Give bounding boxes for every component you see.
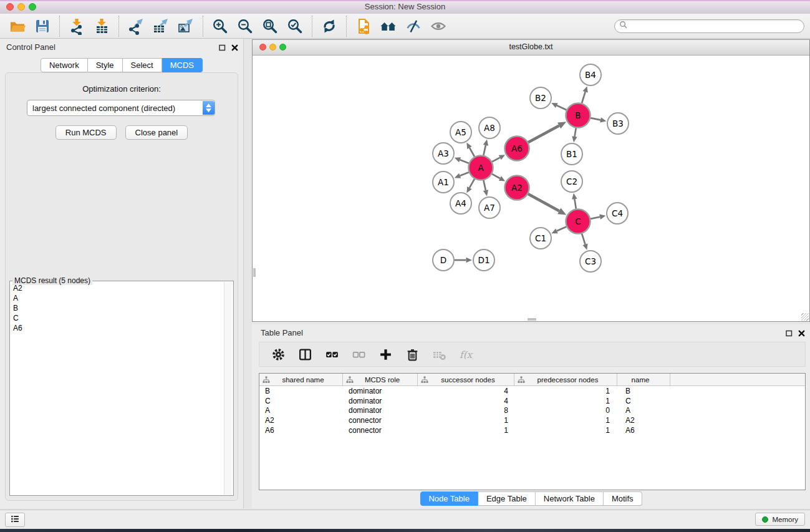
network-window-titlebar[interactable]: testGlobe.txt	[253, 40, 809, 56]
column-header-MCDS-role[interactable]: MCDS role	[343, 374, 418, 385]
resize-grip[interactable]	[801, 313, 809, 321]
network-file-icon[interactable]	[352, 16, 375, 37]
criterion-dropdown[interactable]: largest connected component (directed)	[27, 100, 215, 116]
table-cell[interactable]: A6	[617, 425, 670, 435]
table-cell[interactable]: dominator	[343, 406, 418, 416]
mcds-result-item[interactable]: A	[13, 293, 233, 303]
table-cell[interactable]: 1	[418, 415, 514, 425]
search-input[interactable]	[628, 21, 804, 32]
split-panel-icon[interactable]	[297, 346, 313, 362]
table-cell[interactable]: A	[617, 406, 670, 416]
tab-style[interactable]: Style	[88, 58, 123, 72]
table-cell[interactable]: 8	[418, 406, 514, 416]
save-session-icon[interactable]	[31, 16, 54, 37]
open-file-icon[interactable]	[6, 16, 29, 37]
select-all-rows-icon[interactable]	[324, 346, 340, 362]
close-table-panel-icon[interactable]	[798, 328, 805, 339]
table-cell[interactable]: 0	[514, 406, 617, 416]
mcds-result-item[interactable]: C	[13, 313, 233, 323]
zoom-fit-icon[interactable]	[259, 16, 281, 37]
table-cell[interactable]: C	[617, 396, 670, 406]
refresh-icon[interactable]	[318, 16, 340, 37]
network-canvas[interactable]: B4B2BB3A5A8A6A3B1AA1C2A2A4A7C4CC1C3DD1	[253, 55, 809, 321]
table-cell[interactable]: 1	[514, 425, 617, 435]
edge-A-A5[interactable]	[470, 148, 475, 157]
memory-button[interactable]: Memory	[755, 513, 805, 526]
table-row[interactable]: A2connector11A2	[259, 415, 805, 425]
tab-edge-table[interactable]: Edge Table	[478, 491, 536, 506]
tab-node-table[interactable]: Node Table	[420, 491, 478, 506]
table-row[interactable]: Adominator80A	[259, 406, 805, 416]
mcds-scrollbar[interactable]	[224, 282, 233, 495]
float-panel-icon[interactable]	[219, 42, 226, 54]
edge-C-C3[interactable]	[582, 234, 585, 244]
edge-A-A4[interactable]	[470, 179, 475, 188]
edge-A-A2[interactable]	[492, 174, 500, 178]
table-cell[interactable]: A	[259, 406, 343, 416]
table-cell[interactable]: 1	[418, 425, 514, 435]
table-cell[interactable]: B	[259, 386, 343, 396]
zoom-out-icon[interactable]	[234, 16, 256, 37]
table-cell[interactable]: A2	[259, 415, 343, 425]
edge-A-A6[interactable]	[492, 158, 500, 162]
edge-A-A1[interactable]	[460, 172, 469, 175]
table-cell[interactable]: dominator	[343, 386, 418, 396]
edge-C-C1[interactable]	[557, 226, 566, 231]
table-cell[interactable]: 1	[514, 386, 617, 396]
table-settings-icon[interactable]	[270, 346, 286, 362]
mcds-result-item[interactable]: A6	[13, 323, 233, 333]
table-cell[interactable]: 1	[514, 415, 617, 425]
edge-B-B1[interactable]	[575, 128, 576, 137]
network-graph[interactable]: B4B2BB3A5A8A6A3B1AA1C2A2A4A7C4CC1C3DD1	[253, 55, 809, 321]
zoom-in-icon[interactable]	[209, 16, 231, 37]
edge-A2-C[interactable]	[528, 194, 559, 211]
table-row[interactable]: Cdominator41C	[259, 396, 805, 406]
edge-B-B2[interactable]	[557, 105, 567, 110]
export-image-icon[interactable]	[175, 16, 197, 37]
zoom-selected-icon[interactable]	[284, 16, 306, 37]
task-history-button[interactable]	[5, 513, 25, 527]
table-cell[interactable]: C	[259, 396, 343, 406]
table-cell[interactable]: 4	[418, 396, 514, 406]
search-box[interactable]	[614, 19, 804, 33]
column-header-name[interactable]: name	[617, 374, 670, 385]
close-panel-button[interactable]: Close panel	[125, 125, 188, 140]
table-cell[interactable]: B	[617, 386, 670, 396]
float-table-panel-icon[interactable]	[786, 328, 793, 339]
tab-mcds[interactable]: MCDS	[162, 58, 203, 72]
edge-A-A8[interactable]	[483, 145, 486, 155]
hide-graphics-details-icon[interactable]	[402, 16, 425, 37]
show-graphics-details-icon[interactable]	[427, 16, 450, 37]
network-hscroll-thumb[interactable]	[528, 318, 536, 321]
homes-icon[interactable]	[377, 16, 400, 37]
import-table-icon[interactable]	[90, 16, 113, 37]
table-cell[interactable]: dominator	[343, 396, 418, 406]
tab-select[interactable]: Select	[123, 58, 162, 72]
edge-A-A3[interactable]	[460, 160, 469, 163]
table-cell[interactable]: connector	[343, 425, 418, 435]
table-cell[interactable]: A6	[259, 425, 343, 435]
column-header-predecessor-nodes[interactable]: predecessor nodes	[514, 374, 617, 385]
table-cell[interactable]: A2	[617, 415, 670, 425]
tab-motifs[interactable]: Motifs	[604, 491, 642, 506]
column-header-shared-name[interactable]: shared name	[259, 374, 343, 385]
tab-network[interactable]: Network	[41, 58, 88, 72]
run-mcds-button[interactable]: Run MCDS	[55, 125, 117, 140]
delete-columns-icon[interactable]	[404, 346, 420, 362]
edge-B-B4[interactable]	[582, 92, 586, 103]
table-row[interactable]: A6connector11A6	[259, 425, 805, 435]
table-row[interactable]: Bdominator41B	[259, 386, 805, 396]
edge-A6-B[interactable]	[528, 125, 559, 142]
mcds-result-item[interactable]: B	[13, 303, 233, 313]
unselect-all-rows-icon[interactable]	[350, 346, 367, 362]
dropdown-stepper-icon[interactable]	[203, 101, 215, 115]
tab-network-table[interactable]: Network Table	[536, 491, 604, 506]
edge-C-C4[interactable]	[591, 217, 600, 219]
export-network-icon[interactable]	[125, 16, 147, 37]
import-network-icon[interactable]	[65, 16, 88, 37]
node-table[interactable]: shared nameMCDS rolesuccessor nodesprede…	[259, 373, 806, 490]
table-cell[interactable]: connector	[343, 415, 418, 425]
close-panel-icon[interactable]	[231, 42, 238, 54]
edge-C-C2[interactable]	[574, 199, 576, 209]
export-table-icon[interactable]	[150, 16, 172, 37]
